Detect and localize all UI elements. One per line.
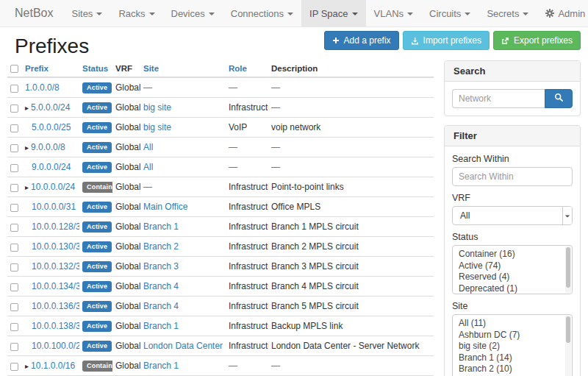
- row-checkbox[interactable]: [10, 283, 18, 291]
- role-cell: Infrastructure: [226, 277, 268, 297]
- status-cell: Container: [79, 356, 112, 376]
- site-option[interactable]: Branch 2 (10): [453, 363, 563, 375]
- status-option[interactable]: Deprecated (1): [453, 283, 563, 295]
- column-header-role[interactable]: Role: [226, 60, 268, 77]
- export-prefixes-button[interactable]: Export prefixes: [493, 31, 581, 50]
- search-input[interactable]: [452, 89, 545, 108]
- site-link[interactable]: Branch 1: [143, 321, 179, 331]
- prefix-link[interactable]: 5.0.0.0/24: [31, 102, 70, 113]
- row-checkbox[interactable]: [10, 303, 18, 311]
- site-link[interactable]: big site: [143, 102, 171, 113]
- status-cell: Active: [79, 77, 112, 98]
- site-link[interactable]: Branch 4: [143, 301, 179, 311]
- expand-arrow-icon[interactable]: ▸: [25, 362, 29, 370]
- nav-item-devices[interactable]: Devices: [163, 0, 223, 26]
- expand-arrow-icon[interactable]: ▸: [25, 143, 29, 152]
- row-checkbox[interactable]: [10, 164, 18, 172]
- search-button[interactable]: [545, 89, 573, 108]
- app-logo[interactable]: NetBox: [4, 0, 63, 26]
- add-prefix-button[interactable]: Add a prefix: [324, 31, 399, 50]
- site-link[interactable]: Branch 4: [143, 281, 179, 291]
- nav-item-ip-space[interactable]: IP Space: [301, 0, 366, 26]
- prefix-link[interactable]: 1.0.0.0/8: [25, 82, 60, 93]
- column-header-prefix[interactable]: Prefix: [22, 60, 79, 77]
- row-checkbox[interactable]: [10, 204, 18, 212]
- vrf-cell: Global: [112, 277, 140, 297]
- prefix-link[interactable]: 5.0.0.0/25: [32, 122, 71, 132]
- row-checkbox[interactable]: [10, 224, 18, 232]
- prefix-cell: 5.0.0.0/25: [22, 118, 79, 138]
- site-option[interactable]: Ashburn DC (7): [453, 330, 563, 341]
- nav-item-vlans[interactable]: VLANs: [366, 0, 421, 26]
- select-all-checkbox[interactable]: [10, 65, 18, 73]
- vrf-cell: Global: [112, 257, 140, 277]
- row-checkbox[interactable]: [10, 144, 18, 152]
- site-option[interactable]: big site (2): [453, 341, 563, 352]
- row-checkbox[interactable]: [10, 184, 18, 192]
- site-listbox[interactable]: All (11)Ashburn DC (7)big site (2)Branch…: [452, 314, 573, 376]
- status-option[interactable]: Reserved (4): [453, 272, 563, 283]
- role-cell: Infrastructure: [226, 336, 268, 356]
- prefix-link[interactable]: 10.0.0.134/31: [32, 281, 79, 291]
- row-checkbox[interactable]: [10, 323, 18, 331]
- site-scrollbar[interactable]: [565, 316, 571, 376]
- row-checkbox[interactable]: [10, 244, 18, 252]
- status-cell: Active: [79, 336, 112, 356]
- site-link[interactable]: Branch 1: [143, 361, 179, 371]
- row-checkbox[interactable]: [10, 124, 18, 132]
- row-checkbox[interactable]: [10, 343, 18, 351]
- site-option[interactable]: All (11): [453, 318, 563, 330]
- status-option[interactable]: Container (16): [453, 249, 563, 260]
- prefix-link[interactable]: 10.0.100.0/24: [32, 341, 79, 351]
- prefix-link[interactable]: 10.0.0.138/31: [32, 321, 79, 331]
- site-link[interactable]: London Data Center: [143, 341, 223, 351]
- vrf-select[interactable]: All: [452, 206, 573, 225]
- site-link[interactable]: Main Office: [143, 202, 187, 212]
- description-cell: voip network: [268, 118, 434, 138]
- site-link[interactable]: big site: [143, 122, 171, 132]
- prefix-link[interactable]: 10.1.0.0/16: [31, 361, 75, 371]
- nav-item-sites[interactable]: Sites: [63, 0, 110, 26]
- site-cell: big site: [140, 98, 226, 118]
- status-scrollbar[interactable]: [565, 246, 571, 293]
- prefix-link[interactable]: 9.0.0.0/24: [32, 162, 71, 172]
- empty-value: —: [271, 162, 280, 172]
- empty-value: —: [143, 182, 152, 192]
- site-link[interactable]: All: [143, 162, 153, 172]
- row-checkbox[interactable]: [10, 263, 18, 272]
- column-header-site[interactable]: Site: [140, 60, 226, 77]
- status-option[interactable]: Active (74): [453, 260, 563, 272]
- site-link[interactable]: All: [143, 142, 153, 152]
- site-link[interactable]: Branch 1: [143, 221, 179, 232]
- description-cell: —: [268, 157, 434, 177]
- scrollbar-thumb[interactable]: [566, 247, 570, 288]
- row-checkbox[interactable]: [10, 85, 18, 93]
- scrollbar-thumb[interactable]: [566, 316, 570, 343]
- expand-arrow-icon[interactable]: ▸: [25, 104, 29, 112]
- prefix-link[interactable]: 9.0.0.0/8: [31, 142, 65, 152]
- nav-item-circuits[interactable]: Circuits: [421, 0, 478, 26]
- prefix-link[interactable]: 10.0.0.0/24: [31, 182, 75, 192]
- nav-item-connections[interactable]: Connections: [223, 0, 301, 26]
- nav-item-secrets[interactable]: Secrets: [478, 0, 537, 26]
- row-checkbox[interactable]: [10, 363, 18, 371]
- search-within-input[interactable]: [452, 167, 573, 186]
- column-header-status[interactable]: Status: [79, 60, 112, 77]
- nav-item-racks[interactable]: Racks: [110, 0, 162, 26]
- row-checkbox[interactable]: [10, 104, 18, 113]
- import-prefixes-button[interactable]: Import prefixes: [403, 31, 490, 50]
- prefix-link[interactable]: 10.0.0.130/31: [32, 241, 79, 252]
- prefix-link[interactable]: 10.0.0.132/31: [32, 261, 79, 272]
- site-link[interactable]: Branch 2: [143, 241, 179, 252]
- site-link[interactable]: Branch 3: [143, 261, 179, 272]
- prefix-link[interactable]: 10.0.0.136/31: [32, 301, 79, 311]
- site-option[interactable]: Branch 1 (14): [453, 352, 563, 364]
- status-badge: Active: [82, 162, 112, 173]
- nav-item-admin[interactable]: Admin: [537, 0, 588, 26]
- prefix-link[interactable]: 10.0.0.128/31: [32, 221, 79, 232]
- status-cell: Active: [79, 217, 112, 237]
- expand-arrow-icon[interactable]: ▸: [25, 183, 29, 191]
- status-badge: Active: [82, 82, 112, 93]
- prefix-link[interactable]: 10.0.0.0/31: [32, 202, 76, 212]
- status-listbox[interactable]: Container (16)Active (74)Reserved (4)Dep…: [452, 245, 573, 294]
